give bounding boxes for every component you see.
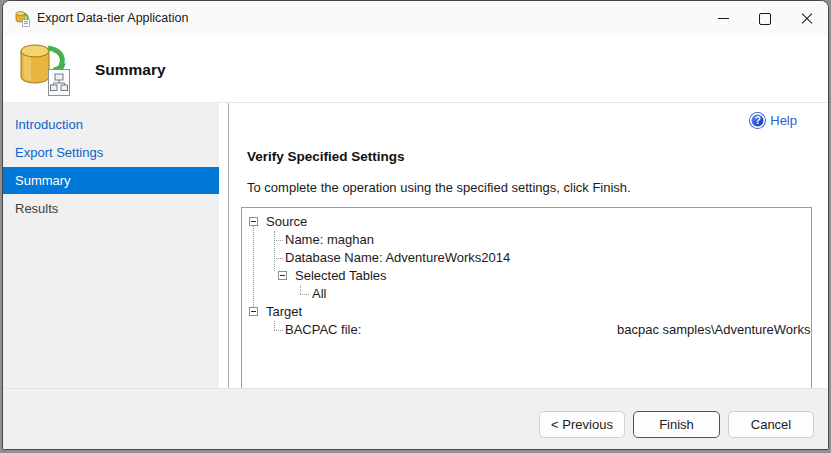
sidebar-item-label: Results — [15, 201, 58, 216]
minimize-button[interactable] — [702, 1, 744, 36]
title-bar[interactable]: Export Data-tier Application — [3, 1, 828, 36]
tree-connector — [274, 240, 283, 241]
database-export-app-icon — [14, 10, 31, 27]
help-icon — [750, 113, 765, 128]
summary-tree[interactable]: Source Name: maghan Database Name: Adven… — [241, 207, 812, 390]
tree-connector — [274, 321, 275, 330]
tree-connector — [274, 330, 283, 331]
bacpac-file-path: bacpac samples\AdventureWorks.ba — [617, 321, 812, 339]
sidebar-item-label: Summary — [15, 173, 71, 188]
sidebar-item-label: Introduction — [15, 117, 83, 132]
minimize-icon — [718, 18, 729, 19]
tree-item-label: Target — [266, 303, 302, 321]
tree-connector — [274, 258, 283, 259]
collapse-expander-icon[interactable] — [249, 217, 258, 226]
tree-connector — [300, 294, 309, 295]
tree-connector — [274, 231, 275, 271]
tree-connector — [253, 226, 254, 307]
sidebar-item-export-settings[interactable]: Export Settings — [3, 139, 219, 167]
export-summary-icon — [14, 39, 76, 99]
window-title: Export Data-tier Application — [37, 1, 188, 36]
window-controls — [702, 1, 828, 36]
page-title: Summary — [95, 61, 166, 79]
tree-item-label: Source — [266, 213, 307, 231]
close-button[interactable] — [786, 1, 828, 36]
maximize-button[interactable] — [744, 1, 786, 36]
instruction-text: To complete the operation using the spec… — [247, 180, 631, 195]
cancel-button[interactable]: Cancel — [728, 411, 814, 438]
maximize-icon — [759, 13, 771, 25]
sidebar-item-introduction[interactable]: Introduction — [3, 111, 219, 139]
tree-connector — [300, 285, 301, 294]
export-data-tier-application-dialog: Export Data-tier Application Summary Int… — [2, 0, 829, 450]
sidebar-item-summary[interactable]: Summary — [3, 167, 219, 194]
close-icon — [801, 13, 813, 25]
summary-page-content: Help Verify Specified Settings To comple… — [229, 103, 828, 388]
tree-item-label: Database Name: AdventureWorks2014 — [285, 249, 510, 267]
help-label: Help — [770, 113, 797, 128]
help-link[interactable]: Help — [750, 113, 797, 128]
tree-item-label: Name: maghan — [285, 231, 374, 249]
collapse-expander-icon[interactable] — [249, 307, 258, 316]
collapse-expander-icon[interactable] — [278, 271, 287, 280]
footer-button-bar: < Previous Finish Cancel — [3, 388, 828, 449]
tree-item-label: BACPAC file: — [285, 321, 361, 339]
tree-item-label: All — [312, 285, 326, 303]
wizard-header: Summary — [3, 36, 828, 102]
finish-button[interactable]: Finish — [633, 411, 720, 438]
tree-item-label: Selected Tables — [295, 267, 387, 285]
previous-button[interactable]: < Previous — [539, 411, 625, 438]
sidebar-item-label: Export Settings — [15, 145, 103, 160]
sidebar-item-results[interactable]: Results — [3, 195, 219, 223]
section-heading: Verify Specified Settings — [247, 149, 405, 164]
